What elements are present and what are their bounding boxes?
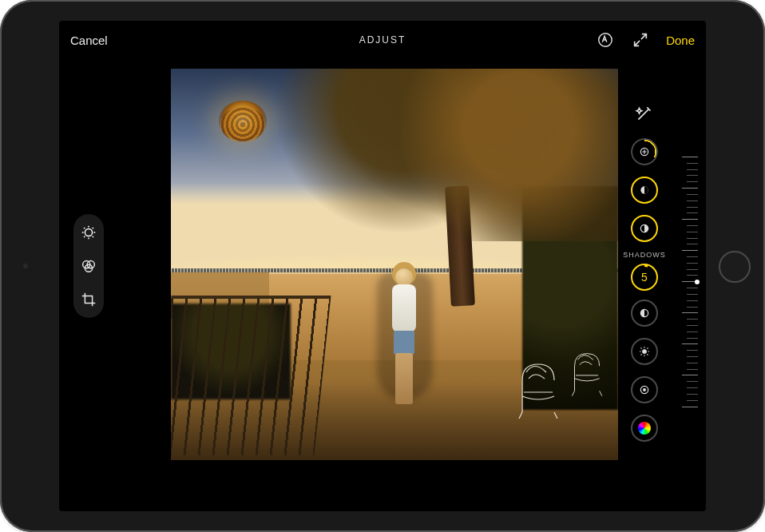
slider-marker[interactable] [695, 280, 700, 284]
photo-person [386, 268, 422, 420]
slider-tick [687, 194, 698, 195]
exposure-button[interactable] [631, 138, 658, 165]
slider-tick [682, 375, 698, 375]
svg-point-11 [643, 388, 646, 391]
slider-tick [687, 319, 698, 320]
saturation-button[interactable] [631, 415, 658, 442]
black-point-button[interactable] [631, 376, 658, 403]
slider-tick [687, 363, 698, 363]
slider-tick [687, 294, 698, 295]
shadows-value-dial[interactable]: 5 [631, 264, 658, 291]
fullscreen-icon[interactable] [631, 30, 650, 50]
slider-tick [687, 244, 698, 244]
shadows-value-text: 5 [641, 271, 648, 284]
slider-tick [687, 263, 698, 264]
slider-tick [687, 169, 698, 170]
current-tool-label: SHADOWS [623, 251, 666, 259]
slider-tick [687, 381, 698, 382]
photo-canvas[interactable] [171, 69, 618, 460]
front-camera [22, 263, 29, 269]
filters-mode-button[interactable] [78, 256, 99, 276]
slider-tick [687, 225, 698, 226]
edit-mode-rail [73, 214, 104, 318]
slider-tick [687, 288, 698, 288]
markup-icon[interactable] [596, 30, 615, 50]
photo-chair [569, 347, 612, 397]
slider-tick [687, 238, 698, 239]
slider-tick [687, 232, 698, 232]
photo-railing [171, 296, 331, 455]
brilliance-button[interactable] [631, 177, 658, 204]
photo-chair [514, 356, 570, 420]
screen: Cancel ADJUST Done [59, 21, 706, 511]
ipad-device-frame: Cancel ADJUST Done [0, 0, 765, 532]
cancel-button[interactable]: Cancel [70, 34, 108, 47]
slider-tick [687, 181, 698, 182]
done-button[interactable]: Done [666, 34, 695, 47]
slider-tick [687, 325, 698, 326]
svg-point-1 [85, 228, 92, 236]
adjust-value-slider[interactable] [679, 157, 698, 407]
slider-tick [682, 250, 698, 251]
slider-tick [682, 188, 698, 189]
svg-point-9 [643, 350, 647, 354]
slider-tick [687, 163, 698, 164]
slider-tick [687, 332, 698, 332]
slider-tick [687, 387, 698, 388]
slider-tick [687, 394, 698, 395]
auto-enhance-button[interactable] [631, 100, 658, 127]
adjust-mode-button[interactable] [78, 222, 99, 243]
slider-tick [687, 307, 698, 308]
photo-lamp [211, 93, 275, 149]
brightness-button[interactable] [631, 338, 658, 365]
slider-tick [687, 338, 698, 339]
slider-tick [682, 157, 698, 157]
slider-tick [687, 350, 698, 351]
slider-tick [687, 369, 698, 370]
adjust-tools-rail: SHADOWS 5 [624, 94, 664, 479]
slider-tick [682, 219, 698, 220]
slider-tick [687, 256, 698, 257]
slider-tick [687, 207, 698, 208]
slider-tick [687, 300, 698, 301]
slider-tick [687, 212, 698, 213]
photo-tree-foliage [238, 69, 618, 241]
slider-tick [682, 407, 698, 407]
slider-tick [687, 200, 698, 201]
slider-tick [687, 269, 698, 270]
editor-mode-title: ADJUST [359, 34, 406, 46]
slider-tick [682, 343, 698, 344]
slider-tick [687, 275, 698, 276]
slider-tick [687, 400, 698, 401]
slider-tick [687, 356, 698, 357]
slider-tick [682, 312, 698, 313]
contrast-button[interactable] [631, 300, 658, 327]
slider-tick [687, 175, 698, 176]
highlights-button[interactable] [631, 215, 658, 242]
crop-mode-button[interactable] [78, 289, 99, 310]
editor-topbar: Cancel ADJUST Done [59, 21, 706, 59]
home-button[interactable] [719, 251, 751, 283]
